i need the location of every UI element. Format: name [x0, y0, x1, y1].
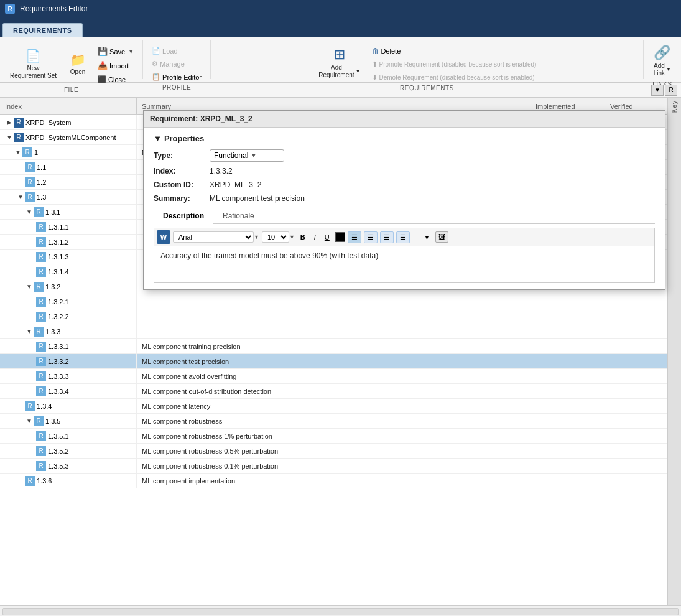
editor-brand-icon: W [157, 230, 170, 244]
row-index: ▼ R 1.3.1 [0, 205, 137, 219]
promote-button[interactable]: ⬆ Promote Requirement (disabled because … [368, 58, 540, 70]
row-index: ▼ R 1.3.2 [0, 279, 137, 294]
row-implemented [530, 474, 605, 488]
table-row[interactable]: R 1.3.5.1 ML component robustness 1% per… [0, 429, 667, 444]
req-type-icon: R [36, 312, 46, 322]
import-label: Import [109, 62, 129, 70]
load-button[interactable]: 📄 Load [148, 45, 205, 57]
req-type-icon: R [34, 282, 44, 292]
right-panel-toggle[interactable]: R [665, 85, 677, 96]
load-label: Load [162, 47, 177, 55]
bottom-scrollbar[interactable] [0, 605, 681, 616]
row-implemented [530, 414, 605, 428]
add-req-icon: ⊞ [334, 47, 345, 63]
expand-icon[interactable]: ▶ [5, 118, 14, 127]
custom-id-row: Custom ID: XRPD_ML_3_2 [154, 180, 655, 189]
row-verified [605, 309, 667, 324]
req-type-icon: R [36, 357, 46, 366]
row-index: R 1.3.3.2 [0, 354, 137, 368]
underline-button[interactable]: U [322, 231, 333, 243]
manage-button[interactable]: ⚙ Manage [148, 58, 205, 70]
type-select[interactable]: Functional ▼ [210, 149, 284, 162]
demote-icon: ⬇ [372, 73, 378, 82]
collapse-section-icon[interactable]: ▼ [154, 134, 162, 143]
expand-icon[interactable]: ▼ [14, 148, 22, 157]
align-justify-button[interactable]: ☰ [396, 231, 410, 243]
expand-icon[interactable]: ▼ [25, 417, 34, 426]
manage-label: Manage [160, 60, 185, 68]
text-color-picker[interactable] [335, 232, 345, 242]
bold-button[interactable]: B [297, 231, 308, 243]
insert-image-button[interactable]: 🖼 [435, 231, 448, 243]
req-type-icon: R [36, 237, 46, 247]
custom-id-label: Custom ID: [154, 180, 210, 189]
row-index: R 1.3.1.4 [0, 264, 137, 279]
table-row[interactable]: R 1.3.2.2 [0, 309, 667, 324]
add-link-button[interactable]: 🔗 AddLink ▼ [649, 42, 676, 80]
profile-editor-button[interactable]: 📋 Profile Editor [148, 71, 205, 83]
add-requirement-button[interactable]: ⊞ AddRequirement ▼ [313, 44, 365, 82]
row-summary [137, 324, 530, 338]
font-size-select[interactable]: 10 [262, 231, 289, 243]
table-row-selected[interactable]: R 1.3.3.2 ML component test precision [0, 354, 667, 369]
properties-label: Properties [164, 134, 204, 143]
import-button[interactable]: 📥 Import [94, 59, 137, 72]
expand-icon[interactable]: ▼ [25, 327, 34, 336]
req-type-icon: R [34, 327, 44, 337]
new-requirement-set-button[interactable]: 📄 NewRequirement Set [5, 46, 62, 82]
row-implemented [530, 429, 605, 443]
type-value: Functional [214, 151, 248, 160]
close-button[interactable]: ⬛ Close [94, 73, 137, 85]
table-row[interactable]: ▼ R 1.3.5 ML component robustness [0, 414, 667, 429]
horizontal-scrollbar[interactable] [2, 608, 679, 615]
save-dropdown-arrow: ▼ [128, 49, 134, 55]
table-row[interactable]: R 1.3.3.3 ML component avoid overfitting [0, 369, 667, 384]
table-row[interactable]: R 1.3.5.3 ML component robustness 0.1% p… [0, 459, 667, 474]
table-row[interactable]: R 1.3.6 ML component implementation [0, 474, 667, 488]
align-center-button[interactable]: ☰ [364, 231, 378, 243]
row-verified [605, 294, 667, 309]
req-type-icon: R [22, 147, 32, 157]
more-options-button[interactable]: — ▼ [412, 231, 433, 243]
tab-rationale[interactable]: Rationale [213, 208, 264, 223]
align-right-button[interactable]: ☰ [380, 231, 394, 243]
table-row[interactable]: R 1.3.5.2 ML component robustness 0.5% p… [0, 444, 667, 459]
row-summary: ML component robustness 1% perturbation [137, 429, 530, 443]
tab-requirements[interactable]: REQUIREMENTS [2, 23, 83, 37]
row-index: R 1.3.5.1 [0, 429, 137, 443]
row-index: R 1.2 [0, 175, 137, 189]
tab-description[interactable]: Description [154, 208, 213, 224]
italic-button[interactable]: I [311, 231, 319, 243]
row-summary: ML component training precision [137, 339, 530, 353]
description-tabs: Description Rationale [154, 208, 655, 224]
font-size-dropdown-arrow: ▼ [289, 234, 295, 240]
row-index: R 1.3.3.3 [0, 369, 137, 383]
req-type-icon: R [36, 222, 46, 232]
expand-icon[interactable]: ▼ [25, 282, 34, 291]
font-family-select[interactable]: Arial [173, 231, 254, 243]
toolbar-profile-buttons: 📄 Load ⚙ Manage 📋 Profile Editor [148, 40, 205, 83]
demote-button[interactable]: ⬇ Demote Requirement (disabled because s… [368, 72, 540, 83]
table-row[interactable]: R 1.3.2.1 [0, 294, 667, 309]
toolbar: 📄 NewRequirement Set 📁 Open 💾 Save ▼ 📥 I… [0, 37, 681, 82]
expand-icon[interactable]: ▼ [16, 193, 25, 202]
delete-icon: 🗑 [372, 47, 379, 55]
open-button[interactable]: 📁 Open [64, 50, 91, 78]
align-left-button[interactable]: ☰ [348, 231, 361, 243]
index-row: Index: 1.3.3.2 [154, 167, 655, 175]
expand-icon[interactable]: ▼ [5, 133, 14, 142]
delete-button[interactable]: 🗑 Delete [368, 45, 540, 57]
table-row[interactable]: R 1.3.3.1 ML component training precisio… [0, 339, 667, 354]
row-index: R 1.3.1.3 [0, 250, 137, 264]
profile-section-label: PROFILE [162, 83, 191, 92]
add-link-label: AddLink ▼ [654, 62, 671, 77]
req-type-icon: R [36, 267, 46, 277]
table-row[interactable]: ▼ R 1.3.3 [0, 324, 667, 339]
description-content[interactable]: Accuracy of the trained model must be ab… [154, 246, 655, 283]
collapse-button[interactable]: ▼ [651, 85, 664, 96]
save-button[interactable]: 💾 Save ▼ [94, 45, 137, 58]
table-row[interactable]: R 1.3.4 ML component latency [0, 399, 667, 414]
table-row[interactable]: R 1.3.3.4 ML component out-of-distributi… [0, 384, 667, 399]
expand-icon[interactable]: ▼ [25, 208, 34, 217]
row-index: ▶ R XRPD_System [0, 115, 137, 129]
